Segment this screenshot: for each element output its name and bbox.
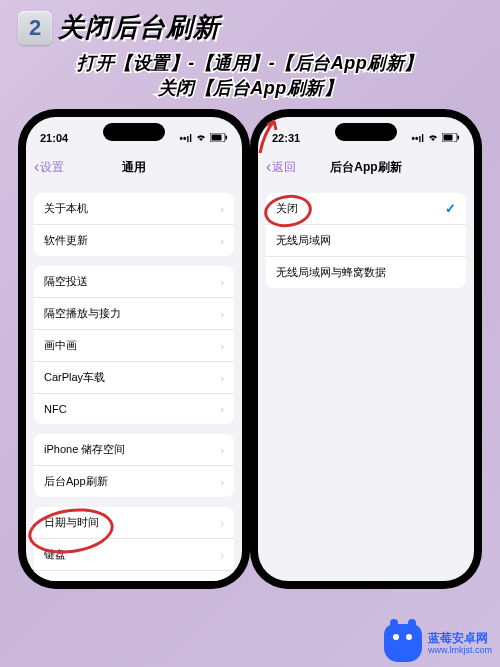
status-icons: ••ıl [179, 133, 228, 144]
row-label: iPhone 储存空间 [44, 442, 125, 457]
status-icons: ••ıl [411, 133, 460, 144]
chevron-right-icon: › [220, 372, 224, 384]
battery-icon [442, 133, 460, 144]
svg-rect-1 [212, 134, 222, 140]
back-button[interactable]: ‹ 设置 [34, 159, 64, 176]
row-software-update[interactable]: 软件更新 › [34, 225, 234, 256]
phones-container: 21:04 ••ıl ‹ 设置 通用 [0, 109, 500, 589]
status-time: 21:04 [40, 132, 68, 144]
step-number-badge: 2 [18, 11, 52, 45]
dynamic-island [335, 123, 397, 141]
row-label: 键盘 [44, 547, 66, 562]
chevron-right-icon: › [220, 476, 224, 488]
watermark-logo-icon [384, 624, 422, 662]
chevron-right-icon: › [220, 581, 224, 582]
back-button[interactable]: ‹ 返回 [266, 159, 296, 176]
instruction-line-2: 关闭【后台App刷新】 [0, 76, 500, 101]
chevron-right-icon: › [220, 444, 224, 456]
watermark-url: www.lmkjst.com [428, 645, 492, 655]
option-label: 无线局域网与蜂窝数据 [276, 265, 386, 280]
row-label: NFC [44, 403, 67, 415]
row-keyboard[interactable]: 键盘 › [34, 539, 234, 571]
phone-right: 22:31 ••ıl ‹ 返回 后台App刷新 [250, 109, 482, 589]
row-label: 日期与时间 [44, 515, 99, 530]
chevron-right-icon: › [220, 549, 224, 561]
row-label: 画中画 [44, 338, 77, 353]
row-label: CarPlay车载 [44, 370, 105, 385]
row-label: 隔空投送 [44, 274, 88, 289]
battery-icon [210, 133, 228, 144]
option-label: 关闭 [276, 201, 298, 216]
phone-left: 21:04 ••ıl ‹ 设置 通用 [18, 109, 250, 589]
svg-rect-5 [458, 135, 460, 139]
chevron-right-icon: › [220, 308, 224, 320]
wifi-icon [427, 133, 439, 144]
checkmark-icon: ✓ [445, 201, 456, 216]
nav-title: 后台App刷新 [330, 159, 401, 176]
row-label: 隔空播放与接力 [44, 306, 121, 321]
status-time: 22:31 [272, 132, 300, 144]
settings-group-2: 隔空投送 › 隔空播放与接力 › 画中画 › CarPlay车载 › NFC [34, 266, 234, 424]
nav-bar: ‹ 返回 后台App刷新 [258, 151, 474, 183]
option-label: 无线局域网 [276, 233, 331, 248]
row-date-time[interactable]: 日期与时间 › [34, 507, 234, 539]
dynamic-island [103, 123, 165, 141]
row-pip[interactable]: 画中画 › [34, 330, 234, 362]
row-about[interactable]: 关于本机 › [34, 193, 234, 225]
back-label: 返回 [272, 159, 296, 176]
row-storage[interactable]: iPhone 储存空间 › [34, 434, 234, 466]
svg-rect-2 [226, 135, 228, 139]
nav-title: 通用 [122, 159, 146, 176]
instruction-text: 打开【设置】-【通用】-【后台App刷新】 关闭【后台App刷新】 [0, 51, 500, 101]
row-fonts[interactable]: 字体 › [34, 571, 234, 581]
chevron-right-icon: › [220, 340, 224, 352]
wifi-icon [195, 133, 207, 144]
row-airdrop[interactable]: 隔空投送 › [34, 266, 234, 298]
row-label: 软件更新 [44, 233, 88, 248]
row-airplay[interactable]: 隔空播放与接力 › [34, 298, 234, 330]
row-nfc[interactable]: NFC › [34, 394, 234, 424]
settings-group-3: iPhone 储存空间 › 后台App刷新 › [34, 434, 234, 497]
signal-icon: ••ıl [179, 133, 192, 144]
option-wifi[interactable]: 无线局域网 [266, 225, 466, 257]
option-off[interactable]: 关闭 ✓ [266, 193, 466, 225]
chevron-right-icon: › [220, 517, 224, 529]
back-label: 设置 [40, 159, 64, 176]
settings-group-1: 关于本机 › 软件更新 › [34, 193, 234, 256]
chevron-right-icon: › [220, 203, 224, 215]
settings-group-4: 日期与时间 › 键盘 › 字体 › 语言与地区 › [34, 507, 234, 581]
step-title: 关闭后台刷新 [58, 10, 220, 45]
chevron-left-icon: ‹ [266, 159, 271, 175]
chevron-left-icon: ‹ [34, 159, 39, 175]
nav-bar: ‹ 设置 通用 [26, 151, 242, 183]
chevron-right-icon: › [220, 235, 224, 247]
signal-icon: ••ıl [411, 133, 424, 144]
chevron-right-icon: › [220, 276, 224, 288]
svg-rect-4 [444, 134, 453, 140]
row-background-refresh[interactable]: 后台App刷新 › [34, 466, 234, 497]
phone-right-screen: 22:31 ••ıl ‹ 返回 后台App刷新 [258, 117, 474, 581]
chevron-right-icon: › [220, 403, 224, 415]
row-carplay[interactable]: CarPlay车载 › [34, 362, 234, 394]
option-wifi-cellular[interactable]: 无线局域网与蜂窝数据 [266, 257, 466, 288]
row-label: 关于本机 [44, 201, 88, 216]
step-header: 2 关闭后台刷新 [0, 0, 500, 49]
row-label: 后台App刷新 [44, 474, 108, 489]
options-group: 关闭 ✓ 无线局域网 无线局域网与蜂窝数据 [266, 193, 466, 288]
instruction-line-1: 打开【设置】-【通用】-【后台App刷新】 [0, 51, 500, 76]
watermark-name: 蓝莓安卓网 [428, 631, 492, 645]
watermark: 蓝莓安卓网 www.lmkjst.com [384, 624, 492, 662]
row-label: 字体 [44, 579, 66, 581]
phone-left-screen: 21:04 ••ıl ‹ 设置 通用 [26, 117, 242, 581]
